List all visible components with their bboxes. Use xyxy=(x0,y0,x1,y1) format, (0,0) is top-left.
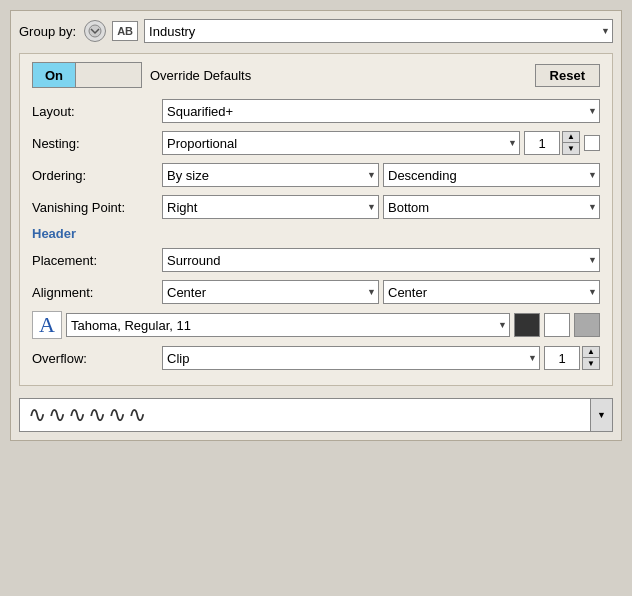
alignment-control: Center Left Right Center Top Bottom xyxy=(162,280,600,304)
nesting-checkbox[interactable] xyxy=(584,135,600,151)
group-by-select-wrapper[interactable]: Industry Sector Region Category xyxy=(144,19,613,43)
font-color1[interactable] xyxy=(514,313,540,337)
nesting-spinner: 1 ▲ ▼ xyxy=(524,131,580,155)
overflow-select-wrapper[interactable]: Clip Show Ellipsis xyxy=(162,346,540,370)
wave-symbol: ∿∿∿∿∿∿ xyxy=(28,402,148,428)
group-by-row: Group by: AB Industry Sector Region Cate… xyxy=(19,19,613,43)
vanishing-select1[interactable]: Right Left Center xyxy=(162,195,379,219)
svg-point-0 xyxy=(89,25,101,37)
vanishing-select2-wrapper[interactable]: Bottom Top Center xyxy=(383,195,600,219)
layout-label: Layout: xyxy=(32,104,162,119)
main-container: Group by: AB Industry Sector Region Cate… xyxy=(10,10,622,441)
font-color3[interactable] xyxy=(574,313,600,337)
alignment-select2-wrapper[interactable]: Center Top Bottom xyxy=(383,280,600,304)
nesting-control: Proportional Equal Fixed 1 ▲ ▼ xyxy=(162,131,600,155)
ordering-select2-wrapper[interactable]: Descending Ascending xyxy=(383,163,600,187)
ab-icon: AB xyxy=(112,21,138,41)
inner-panel: On Override Defaults Reset Layout: Squar… xyxy=(19,53,613,386)
overflow-spinner-buttons: ▲ ▼ xyxy=(582,346,600,370)
ordering-select1[interactable]: By size By name By value xyxy=(162,163,379,187)
toggle-off[interactable] xyxy=(76,63,141,87)
ordering-label: Ordering: xyxy=(32,168,162,183)
vanishing-control: Right Left Center Bottom Top Center xyxy=(162,195,600,219)
ordering-select1-wrapper[interactable]: By size By name By value xyxy=(162,163,379,187)
layout-control: Squarified+ Squarified Slice and Dice Cl… xyxy=(162,99,600,123)
placement-label: Placement: xyxy=(32,253,162,268)
overflow-spinner: ▲ ▼ xyxy=(544,346,600,370)
ordering-control: By size By name By value Descending Asce… xyxy=(162,163,600,187)
bottom-row: ∿∿∿∿∿∿ ▼ xyxy=(19,398,613,432)
override-label: Override Defaults xyxy=(150,68,251,83)
overflow-select[interactable]: Clip Show Ellipsis xyxy=(162,346,540,370)
alignment-select2[interactable]: Center Top Bottom xyxy=(383,280,600,304)
wave-container[interactable]: ∿∿∿∿∿∿ ▼ xyxy=(19,398,613,432)
nesting-spinner-input[interactable]: 1 xyxy=(524,131,560,155)
overflow-control: Clip Show Ellipsis ▲ ▼ xyxy=(162,346,600,370)
layout-select-wrapper[interactable]: Squarified+ Squarified Slice and Dice Cl… xyxy=(162,99,600,123)
placement-row: Placement: Surround Top Bottom None xyxy=(32,247,600,273)
font-select[interactable]: Tahoma, Regular, 11 Arial, Regular, 10 xyxy=(66,313,510,337)
vanishing-select2[interactable]: Bottom Top Center xyxy=(383,195,600,219)
header-section-label: Header xyxy=(32,226,600,241)
group-by-select[interactable]: Industry Sector Region Category xyxy=(144,19,613,43)
vanishing-row: Vanishing Point: Right Left Center Botto… xyxy=(32,194,600,220)
vanishing-label: Vanishing Point: xyxy=(32,200,162,215)
placement-control: Surround Top Bottom None xyxy=(162,248,600,272)
ordering-select2[interactable]: Descending Ascending xyxy=(383,163,600,187)
overflow-spinner-down[interactable]: ▼ xyxy=(583,358,599,369)
font-row: A Tahoma, Regular, 11 Arial, Regular, 10 xyxy=(32,311,600,339)
nesting-select[interactable]: Proportional Equal Fixed xyxy=(162,131,520,155)
overflow-label: Overflow: xyxy=(32,351,162,366)
layout-row: Layout: Squarified+ Squarified Slice and… xyxy=(32,98,600,124)
group-by-circle-icon[interactable] xyxy=(84,20,106,42)
wave-dropdown-arrow[interactable]: ▼ xyxy=(590,399,612,431)
vanishing-select1-wrapper[interactable]: Right Left Center xyxy=(162,195,379,219)
nesting-spinner-buttons: ▲ ▼ xyxy=(562,131,580,155)
font-icon[interactable]: A xyxy=(32,311,62,339)
overflow-spinner-up[interactable]: ▲ xyxy=(583,347,599,358)
reset-button[interactable]: Reset xyxy=(535,64,600,87)
alignment-select1[interactable]: Center Left Right xyxy=(162,280,379,304)
override-row: On Override Defaults Reset xyxy=(32,62,600,88)
nesting-spinner-down[interactable]: ▼ xyxy=(563,143,579,154)
layout-select[interactable]: Squarified+ Squarified Slice and Dice Cl… xyxy=(162,99,600,123)
toggle-on[interactable]: On xyxy=(33,63,76,87)
toggle-container[interactable]: On xyxy=(32,62,142,88)
overflow-row: Overflow: Clip Show Ellipsis ▲ ▼ xyxy=(32,345,600,371)
nesting-select-wrapper[interactable]: Proportional Equal Fixed xyxy=(162,131,520,155)
group-by-label: Group by: xyxy=(19,24,76,39)
ordering-row: Ordering: By size By name By value Desce… xyxy=(32,162,600,188)
alignment-row: Alignment: Center Left Right Center Top … xyxy=(32,279,600,305)
alignment-label: Alignment: xyxy=(32,285,162,300)
nesting-spinner-up[interactable]: ▲ xyxy=(563,132,579,143)
font-color2[interactable] xyxy=(544,313,570,337)
nesting-row: Nesting: Proportional Equal Fixed 1 ▲ ▼ xyxy=(32,130,600,156)
font-select-wrapper[interactable]: Tahoma, Regular, 11 Arial, Regular, 10 xyxy=(66,313,510,337)
placement-select-wrapper[interactable]: Surround Top Bottom None xyxy=(162,248,600,272)
alignment-select1-wrapper[interactable]: Center Left Right xyxy=(162,280,379,304)
placement-select[interactable]: Surround Top Bottom None xyxy=(162,248,600,272)
nesting-label: Nesting: xyxy=(32,136,162,151)
overflow-spinner-input[interactable] xyxy=(544,346,580,370)
